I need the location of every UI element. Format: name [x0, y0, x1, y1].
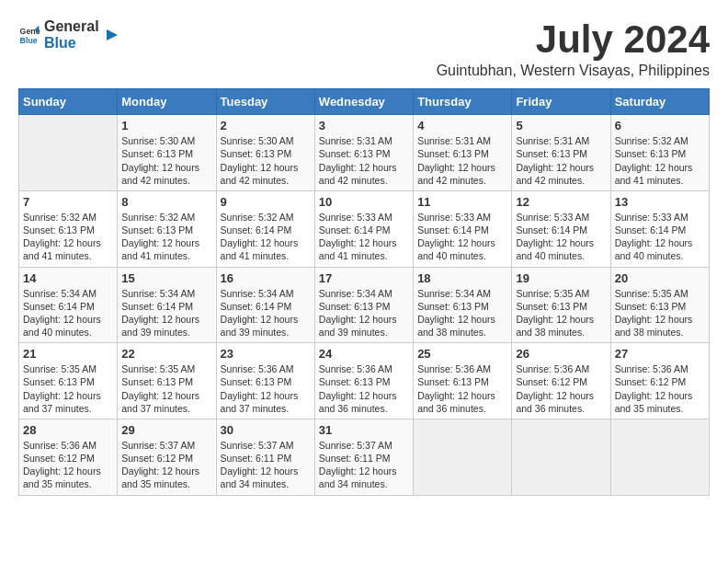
calendar-table: SundayMondayTuesdayWednesdayThursdayFrid…: [18, 88, 710, 495]
day-number: 25: [417, 347, 507, 361]
day-info: Sunrise: 5:31 AM Sunset: 6:13 PM Dayligh…: [417, 134, 507, 187]
day-info: Sunrise: 5:35 AM Sunset: 6:13 PM Dayligh…: [121, 362, 211, 415]
day-info: Sunrise: 5:36 AM Sunset: 6:13 PM Dayligh…: [221, 362, 311, 415]
day-number: 12: [516, 195, 606, 209]
day-number: 21: [23, 347, 113, 361]
day-number: 18: [417, 271, 507, 285]
day-info: Sunrise: 5:37 AM Sunset: 6:11 PM Dayligh…: [221, 439, 311, 491]
calendar-week-5: 28Sunrise: 5:36 AM Sunset: 6:12 PM Dayli…: [19, 419, 710, 495]
day-info: Sunrise: 5:37 AM Sunset: 6:11 PM Dayligh…: [319, 439, 409, 491]
day-number: 9: [221, 195, 311, 209]
calendar-cell: 9Sunrise: 5:32 AM Sunset: 6:14 PM Daylig…: [216, 190, 314, 267]
day-number: 30: [221, 423, 311, 437]
calendar-cell: 8Sunrise: 5:32 AM Sunset: 6:13 PM Daylig…: [118, 190, 216, 267]
calendar-week-2: 7Sunrise: 5:32 AM Sunset: 6:13 PM Daylig…: [19, 190, 710, 267]
calendar-cell: 28Sunrise: 5:36 AM Sunset: 6:12 PM Dayli…: [19, 419, 118, 495]
calendar-cell: [414, 419, 512, 495]
calendar-cell: 26Sunrise: 5:36 AM Sunset: 6:12 PM Dayli…: [512, 343, 610, 419]
title-area: July 2024 Guintubhan, Western Visayas, P…: [437, 18, 710, 79]
day-number: 3: [319, 119, 409, 132]
calendar-cell: 3Sunrise: 5:31 AM Sunset: 6:13 PM Daylig…: [314, 115, 413, 191]
day-info: Sunrise: 5:34 AM Sunset: 6:13 PM Dayligh…: [319, 287, 409, 339]
day-header-friday: Friday: [512, 89, 610, 115]
day-number: 16: [221, 271, 311, 285]
day-info: Sunrise: 5:31 AM Sunset: 6:13 PM Dayligh…: [516, 134, 606, 187]
day-info: Sunrise: 5:34 AM Sunset: 6:14 PM Dayligh…: [23, 287, 113, 339]
calendar-cell: 4Sunrise: 5:31 AM Sunset: 6:13 PM Daylig…: [414, 115, 512, 191]
location-title: Guintubhan, Western Visayas, Philippines: [437, 63, 710, 79]
calendar-cell: 27Sunrise: 5:36 AM Sunset: 6:12 PM Dayli…: [610, 343, 709, 419]
month-title: July 2024: [437, 18, 710, 61]
logo-icon: General Blue: [18, 24, 40, 46]
calendar-cell: 21Sunrise: 5:35 AM Sunset: 6:13 PM Dayli…: [19, 343, 118, 419]
day-info: Sunrise: 5:32 AM Sunset: 6:14 PM Dayligh…: [221, 211, 311, 263]
calendar-week-3: 14Sunrise: 5:34 AM Sunset: 6:14 PM Dayli…: [19, 267, 710, 343]
day-info: Sunrise: 5:33 AM Sunset: 6:14 PM Dayligh…: [516, 211, 606, 263]
day-info: Sunrise: 5:37 AM Sunset: 6:12 PM Dayligh…: [121, 439, 211, 491]
day-number: 26: [516, 347, 606, 361]
day-number: 17: [319, 271, 409, 285]
day-number: 15: [121, 271, 211, 285]
day-number: 19: [516, 271, 606, 285]
calendar-cell: [19, 115, 118, 191]
calendar-cell: 14Sunrise: 5:34 AM Sunset: 6:14 PM Dayli…: [19, 267, 118, 343]
calendar-cell: 1Sunrise: 5:30 AM Sunset: 6:13 PM Daylig…: [118, 115, 216, 191]
calendar-cell: 23Sunrise: 5:36 AM Sunset: 6:13 PM Dayli…: [216, 343, 314, 419]
day-info: Sunrise: 5:32 AM Sunset: 6:13 PM Dayligh…: [121, 211, 211, 263]
day-number: 10: [319, 195, 409, 209]
day-number: 13: [615, 195, 705, 209]
calendar-cell: 7Sunrise: 5:32 AM Sunset: 6:13 PM Daylig…: [19, 190, 118, 267]
day-info: Sunrise: 5:30 AM Sunset: 6:13 PM Dayligh…: [221, 134, 311, 187]
calendar-cell: 31Sunrise: 5:37 AM Sunset: 6:11 PM Dayli…: [314, 419, 413, 495]
day-number: 22: [121, 347, 211, 361]
logo-arrow-icon: [103, 26, 121, 44]
calendar-cell: 12Sunrise: 5:33 AM Sunset: 6:14 PM Dayli…: [512, 190, 610, 267]
day-info: Sunrise: 5:32 AM Sunset: 6:13 PM Dayligh…: [23, 211, 113, 263]
calendar-cell: 22Sunrise: 5:35 AM Sunset: 6:13 PM Dayli…: [118, 343, 216, 419]
day-info: Sunrise: 5:36 AM Sunset: 6:13 PM Dayligh…: [417, 362, 507, 415]
day-number: 1: [121, 119, 211, 132]
day-info: Sunrise: 5:35 AM Sunset: 6:13 PM Dayligh…: [23, 362, 113, 415]
day-info: Sunrise: 5:30 AM Sunset: 6:13 PM Dayligh…: [121, 134, 211, 187]
calendar-cell: 16Sunrise: 5:34 AM Sunset: 6:14 PM Dayli…: [216, 267, 314, 343]
header-row: SundayMondayTuesdayWednesdayThursdayFrid…: [19, 89, 710, 115]
calendar-cell: 13Sunrise: 5:33 AM Sunset: 6:14 PM Dayli…: [610, 190, 709, 267]
day-number: 23: [221, 347, 311, 361]
day-number: 7: [23, 195, 113, 209]
day-number: 20: [615, 271, 705, 285]
day-info: Sunrise: 5:36 AM Sunset: 6:12 PM Dayligh…: [615, 362, 705, 415]
day-number: 8: [121, 195, 211, 209]
day-info: Sunrise: 5:34 AM Sunset: 6:14 PM Dayligh…: [221, 287, 311, 339]
calendar-cell: 24Sunrise: 5:36 AM Sunset: 6:13 PM Dayli…: [314, 343, 413, 419]
calendar-cell: 30Sunrise: 5:37 AM Sunset: 6:11 PM Dayli…: [216, 419, 314, 495]
day-info: Sunrise: 5:34 AM Sunset: 6:14 PM Dayligh…: [121, 287, 211, 339]
logo-general: General: [44, 18, 99, 35]
day-info: Sunrise: 5:31 AM Sunset: 6:13 PM Dayligh…: [319, 134, 409, 187]
calendar-cell: 25Sunrise: 5:36 AM Sunset: 6:13 PM Dayli…: [414, 343, 512, 419]
calendar-week-1: 1Sunrise: 5:30 AM Sunset: 6:13 PM Daylig…: [19, 115, 710, 191]
day-info: Sunrise: 5:32 AM Sunset: 6:13 PM Dayligh…: [615, 134, 705, 187]
day-info: Sunrise: 5:33 AM Sunset: 6:14 PM Dayligh…: [319, 211, 409, 263]
calendar-cell: 19Sunrise: 5:35 AM Sunset: 6:13 PM Dayli…: [512, 267, 610, 343]
calendar-cell: 20Sunrise: 5:35 AM Sunset: 6:13 PM Dayli…: [610, 267, 709, 343]
day-number: 11: [417, 195, 507, 209]
calendar-cell: 15Sunrise: 5:34 AM Sunset: 6:14 PM Dayli…: [118, 267, 216, 343]
day-info: Sunrise: 5:33 AM Sunset: 6:14 PM Dayligh…: [615, 211, 705, 263]
day-info: Sunrise: 5:36 AM Sunset: 6:13 PM Dayligh…: [319, 362, 409, 415]
calendar-cell: 29Sunrise: 5:37 AM Sunset: 6:12 PM Dayli…: [118, 419, 216, 495]
day-number: 27: [615, 347, 705, 361]
calendar-cell: [512, 419, 610, 495]
day-header-tuesday: Tuesday: [216, 89, 314, 115]
logo: General Blue General Blue: [18, 18, 121, 51]
day-info: Sunrise: 5:36 AM Sunset: 6:12 PM Dayligh…: [516, 362, 606, 415]
day-number: 2: [221, 119, 311, 132]
day-header-sunday: Sunday: [19, 89, 118, 115]
calendar-cell: 6Sunrise: 5:32 AM Sunset: 6:13 PM Daylig…: [610, 115, 709, 191]
calendar-cell: 2Sunrise: 5:30 AM Sunset: 6:13 PM Daylig…: [216, 115, 314, 191]
logo-blue: Blue: [44, 35, 99, 52]
day-number: 28: [23, 423, 113, 437]
day-info: Sunrise: 5:34 AM Sunset: 6:13 PM Dayligh…: [417, 287, 507, 339]
calendar-cell: [610, 419, 709, 495]
calendar-cell: 5Sunrise: 5:31 AM Sunset: 6:13 PM Daylig…: [512, 115, 610, 191]
day-header-monday: Monday: [118, 89, 216, 115]
